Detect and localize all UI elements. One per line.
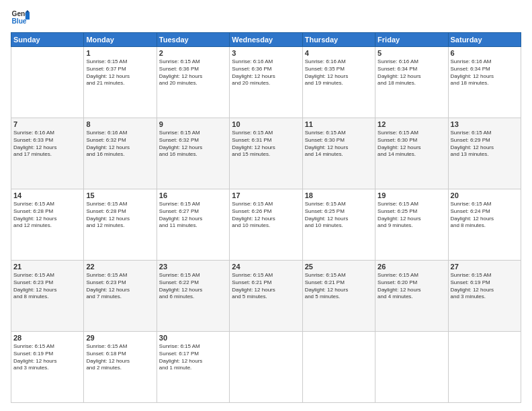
col-header-sunday: Sunday [11, 33, 84, 47]
calendar-cell: 29Sunrise: 6:15 AM Sunset: 6:18 PM Dayli… [84, 332, 157, 403]
day-info: Sunrise: 6:15 AM Sunset: 6:18 PM Dayligh… [86, 343, 154, 372]
col-header-saturday: Saturday [448, 33, 521, 47]
calendar-week-4: 28Sunrise: 6:15 AM Sunset: 6:19 PM Dayli… [11, 332, 521, 403]
day-number: 23 [159, 263, 227, 271]
day-number: 9 [159, 120, 227, 128]
day-info: Sunrise: 6:16 AM Sunset: 6:32 PM Dayligh… [86, 130, 154, 158]
calendar-cell: 16Sunrise: 6:15 AM Sunset: 6:27 PM Dayli… [157, 189, 229, 261]
calendar-cell: 26Sunrise: 6:15 AM Sunset: 6:20 PM Dayli… [375, 261, 448, 332]
day-number: 18 [305, 191, 373, 199]
day-info: Sunrise: 6:15 AM Sunset: 6:28 PM Dayligh… [86, 201, 154, 230]
col-header-tuesday: Tuesday [157, 33, 229, 47]
calendar-cell: 27Sunrise: 6:15 AM Sunset: 6:19 PM Dayli… [448, 261, 521, 332]
day-number: 13 [451, 120, 519, 128]
col-header-wednesday: Wednesday [230, 33, 302, 47]
calendar-cell: 15Sunrise: 6:15 AM Sunset: 6:28 PM Dayli… [84, 189, 157, 261]
day-info: Sunrise: 6:16 AM Sunset: 6:35 PM Dayligh… [305, 58, 373, 87]
calendar-cell: 17Sunrise: 6:15 AM Sunset: 6:26 PM Dayli… [230, 189, 302, 261]
logo-icon: General Blue [11, 8, 30, 27]
day-info: Sunrise: 6:15 AM Sunset: 6:20 PM Dayligh… [378, 272, 445, 301]
day-number: 3 [232, 49, 300, 57]
day-info: Sunrise: 6:15 AM Sunset: 6:21 PM Dayligh… [305, 272, 373, 301]
day-info: Sunrise: 6:15 AM Sunset: 6:23 PM Dayligh… [13, 272, 81, 301]
calendar-week-3: 21Sunrise: 6:15 AM Sunset: 6:23 PM Dayli… [11, 261, 521, 332]
day-number: 4 [305, 49, 373, 57]
day-number: 29 [86, 334, 154, 342]
day-info: Sunrise: 6:15 AM Sunset: 6:26 PM Dayligh… [232, 201, 300, 230]
calendar-cell: 8Sunrise: 6:16 AM Sunset: 6:32 PM Daylig… [84, 118, 157, 189]
calendar-cell: 13Sunrise: 6:15 AM Sunset: 6:29 PM Dayli… [448, 118, 521, 189]
day-info: Sunrise: 6:16 AM Sunset: 6:34 PM Dayligh… [378, 58, 445, 87]
day-number: 19 [378, 191, 445, 199]
day-number: 25 [305, 263, 373, 271]
calendar-cell [230, 332, 302, 403]
day-number: 12 [378, 120, 445, 128]
calendar-cell: 5Sunrise: 6:16 AM Sunset: 6:34 PM Daylig… [375, 47, 448, 118]
calendar-cell [11, 47, 84, 118]
day-number: 16 [159, 191, 227, 199]
calendar-cell: 2Sunrise: 6:15 AM Sunset: 6:36 PM Daylig… [157, 47, 229, 118]
col-header-thursday: Thursday [302, 33, 375, 47]
calendar-week-0: 1Sunrise: 6:15 AM Sunset: 6:37 PM Daylig… [11, 47, 521, 118]
day-number: 5 [378, 49, 445, 57]
calendar-cell: 18Sunrise: 6:15 AM Sunset: 6:25 PM Dayli… [302, 189, 375, 261]
day-number: 6 [451, 49, 519, 57]
day-info: Sunrise: 6:15 AM Sunset: 6:27 PM Dayligh… [159, 201, 227, 230]
calendar-cell: 12Sunrise: 6:15 AM Sunset: 6:30 PM Dayli… [375, 118, 448, 189]
calendar-cell: 10Sunrise: 6:15 AM Sunset: 6:31 PM Dayli… [230, 118, 302, 189]
day-info: Sunrise: 6:15 AM Sunset: 6:28 PM Dayligh… [13, 201, 81, 230]
calendar-cell: 24Sunrise: 6:15 AM Sunset: 6:21 PM Dayli… [230, 261, 302, 332]
day-info: Sunrise: 6:15 AM Sunset: 6:24 PM Dayligh… [451, 201, 519, 230]
day-number: 7 [13, 120, 81, 128]
day-info: Sunrise: 6:15 AM Sunset: 6:31 PM Dayligh… [232, 130, 300, 158]
day-info: Sunrise: 6:15 AM Sunset: 6:25 PM Dayligh… [378, 201, 445, 230]
calendar-cell: 19Sunrise: 6:15 AM Sunset: 6:25 PM Dayli… [375, 189, 448, 261]
day-info: Sunrise: 6:15 AM Sunset: 6:19 PM Dayligh… [13, 343, 81, 372]
calendar-cell: 1Sunrise: 6:15 AM Sunset: 6:37 PM Daylig… [84, 47, 157, 118]
calendar-cell: 23Sunrise: 6:15 AM Sunset: 6:22 PM Dayli… [157, 261, 229, 332]
day-info: Sunrise: 6:15 AM Sunset: 6:30 PM Dayligh… [378, 130, 445, 158]
day-info: Sunrise: 6:15 AM Sunset: 6:19 PM Dayligh… [451, 272, 519, 301]
day-number: 8 [86, 120, 154, 128]
day-info: Sunrise: 6:15 AM Sunset: 6:23 PM Dayligh… [86, 272, 154, 301]
day-number: 20 [451, 191, 519, 199]
day-number: 24 [232, 263, 300, 271]
day-number: 28 [13, 334, 81, 342]
calendar-cell [375, 332, 448, 403]
calendar-cell: 30Sunrise: 6:15 AM Sunset: 6:17 PM Dayli… [157, 332, 229, 403]
calendar-cell: 14Sunrise: 6:15 AM Sunset: 6:28 PM Dayli… [11, 189, 84, 261]
calendar-cell: 9Sunrise: 6:15 AM Sunset: 6:32 PM Daylig… [157, 118, 229, 189]
day-info: Sunrise: 6:15 AM Sunset: 6:21 PM Dayligh… [232, 272, 300, 301]
calendar-cell: 6Sunrise: 6:16 AM Sunset: 6:34 PM Daylig… [448, 47, 521, 118]
calendar-cell: 20Sunrise: 6:15 AM Sunset: 6:24 PM Dayli… [448, 189, 521, 261]
day-number: 1 [86, 49, 154, 57]
calendar-cell [302, 332, 375, 403]
day-info: Sunrise: 6:15 AM Sunset: 6:17 PM Dayligh… [159, 343, 227, 372]
day-info: Sunrise: 6:16 AM Sunset: 6:36 PM Dayligh… [232, 58, 300, 87]
day-info: Sunrise: 6:15 AM Sunset: 6:22 PM Dayligh… [159, 272, 227, 301]
svg-text:Blue: Blue [12, 17, 27, 25]
calendar-cell: 21Sunrise: 6:15 AM Sunset: 6:23 PM Dayli… [11, 261, 84, 332]
header: General Blue [11, 8, 521, 27]
calendar-cell: 4Sunrise: 6:16 AM Sunset: 6:35 PM Daylig… [302, 47, 375, 118]
col-header-friday: Friday [375, 33, 448, 47]
page: General Blue SundayMondayTuesdayWednesda… [0, 0, 532, 411]
calendar-table: SundayMondayTuesdayWednesdayThursdayFrid… [11, 32, 521, 403]
day-info: Sunrise: 6:15 AM Sunset: 6:29 PM Dayligh… [451, 130, 519, 158]
calendar-cell: 25Sunrise: 6:15 AM Sunset: 6:21 PM Dayli… [302, 261, 375, 332]
day-info: Sunrise: 6:16 AM Sunset: 6:34 PM Dayligh… [451, 58, 519, 87]
calendar-header-row: SundayMondayTuesdayWednesdayThursdayFrid… [11, 33, 521, 47]
calendar-cell: 3Sunrise: 6:16 AM Sunset: 6:36 PM Daylig… [230, 47, 302, 118]
calendar-cell: 22Sunrise: 6:15 AM Sunset: 6:23 PM Dayli… [84, 261, 157, 332]
day-number: 30 [159, 334, 227, 342]
day-number: 10 [232, 120, 300, 128]
day-number: 2 [159, 49, 227, 57]
day-number: 21 [13, 263, 81, 271]
day-info: Sunrise: 6:15 AM Sunset: 6:36 PM Dayligh… [159, 58, 227, 87]
day-info: Sunrise: 6:15 AM Sunset: 6:32 PM Dayligh… [159, 130, 227, 158]
logo: General Blue [11, 8, 35, 27]
day-number: 17 [232, 191, 300, 199]
col-header-monday: Monday [84, 33, 157, 47]
day-number: 11 [305, 120, 373, 128]
day-number: 27 [451, 263, 519, 271]
